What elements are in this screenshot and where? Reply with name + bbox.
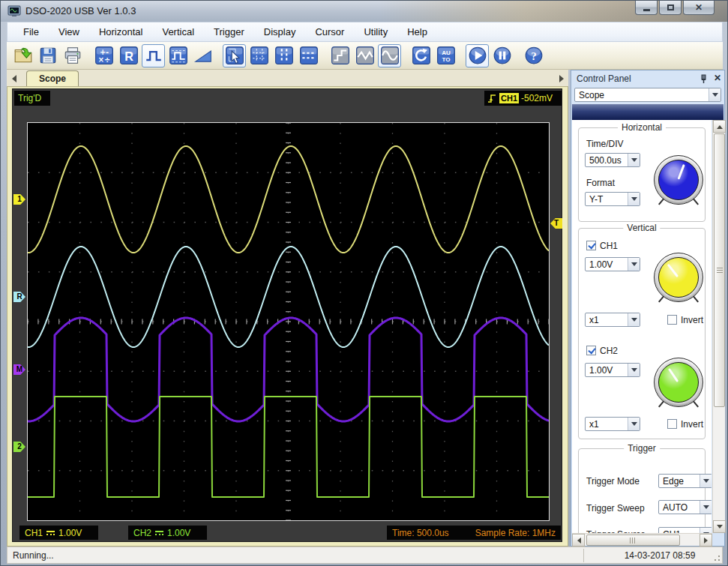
toolbar-help-button[interactable]: ? xyxy=(522,44,545,67)
format-select[interactable]: Y-T xyxy=(585,192,640,206)
play-icon xyxy=(468,46,487,65)
menu-item-view[interactable]: View xyxy=(49,23,89,40)
menu-item-utility[interactable]: Utility xyxy=(354,23,397,40)
toolbar-save-button[interactable] xyxy=(36,44,59,67)
sine-interp-icon xyxy=(380,46,400,65)
menu-item-trigger[interactable]: Trigger xyxy=(204,23,254,40)
scroll-down-button[interactable] xyxy=(713,520,726,533)
toolbar-grid-button[interactable] xyxy=(247,44,271,67)
toolbar-run-button[interactable] xyxy=(466,44,489,67)
ch2-scale-select[interactable]: 1.00V xyxy=(585,363,640,377)
panel-vertical-scrollbar[interactable] xyxy=(712,120,725,533)
ch1-readout: CH1 1.00V xyxy=(19,526,98,540)
scroll-up-button[interactable] xyxy=(713,120,726,133)
chevron-down-icon xyxy=(628,313,640,326)
control-panel-close-icon[interactable]: ✕ xyxy=(712,73,723,83)
menu-item-display[interactable]: Display xyxy=(254,23,306,40)
menu-item-cursor[interactable]: Cursor xyxy=(305,23,354,40)
pin-icon[interactable] xyxy=(697,73,708,84)
ch2-enable-checkbox[interactable] xyxy=(586,346,596,355)
menu-item-vertical[interactable]: Vertical xyxy=(152,23,204,40)
tab-scroll-left-button[interactable] xyxy=(9,73,19,84)
vertical-group: Vertical CH1 1.00V x1 Invert xyxy=(578,228,706,439)
close-button[interactable]: ✕ xyxy=(683,1,715,15)
maximize-button[interactable] xyxy=(659,1,682,15)
chevron-down-icon xyxy=(628,154,640,166)
toolbar-math-button[interactable]: +-×÷ xyxy=(92,44,115,67)
ch1-label: CH1 xyxy=(600,241,618,251)
channel-marker-math[interactable]: M xyxy=(13,364,25,375)
status-text: Running... xyxy=(13,550,54,561)
scroll-left-button[interactable] xyxy=(572,534,585,547)
trigger-group: Trigger Trigger Mode Edge Trigger Sweep … xyxy=(578,448,706,533)
pulse-icon xyxy=(144,46,163,65)
trigger-mode-select[interactable]: Edge xyxy=(658,474,712,488)
ch2-position-knob[interactable] xyxy=(654,358,703,407)
chevron-down-icon xyxy=(628,193,640,205)
left-marker-strip: 1RM2 xyxy=(13,123,26,520)
toolbar-refresh-button[interactable] xyxy=(409,44,433,67)
toolbar-ramp-button[interactable] xyxy=(191,44,214,67)
reference-icon: R xyxy=(119,46,139,65)
horizontal-scroll-thumb[interactable] xyxy=(586,535,680,546)
ch1-enable-checkbox[interactable] xyxy=(586,241,596,250)
help-icon: ? xyxy=(524,46,544,65)
ch2-invert-checkbox[interactable] xyxy=(667,419,677,429)
svg-text:R: R xyxy=(124,49,133,63)
panel-select[interactable]: Scope xyxy=(574,88,721,102)
levels-icon xyxy=(169,46,188,65)
menu-item-horizontal[interactable]: Horizontal xyxy=(89,23,153,40)
scroll-right-button[interactable] xyxy=(700,534,712,547)
ch1-readout-label: CH1 xyxy=(25,528,43,538)
ch1-invert-label: Invert xyxy=(681,315,703,325)
control-panel-content: Horizontal Time/DIV 500.0us Format Y-T xyxy=(572,120,712,533)
timediv-knob[interactable] xyxy=(654,155,703,205)
title-bar[interactable]: DSO-2020 USB Ver 1.0.3 ✕ xyxy=(1,1,728,22)
ch1-scale-select[interactable]: 1.00V xyxy=(585,257,640,271)
channel-marker-ch2[interactable]: 2 xyxy=(13,442,25,452)
toolbar-horizontal-cursors-button[interactable] xyxy=(297,44,320,67)
trigger-source-select[interactable]: CH1 xyxy=(658,527,712,533)
toolbar-vertical-cursors-button[interactable] xyxy=(272,44,295,67)
trigger-level-value: -502mV xyxy=(521,93,553,103)
trigger-mode-label: Trigger Mode xyxy=(586,476,640,487)
ch1-position-knob[interactable] xyxy=(654,253,703,302)
channel-marker-ch1[interactable]: 1 xyxy=(13,194,25,205)
arrow-up-icon xyxy=(717,122,723,129)
trigger-sweep-select[interactable]: AUTO xyxy=(658,500,712,514)
toolbar-pulse-button[interactable] xyxy=(142,44,165,67)
svg-text:×÷: ×÷ xyxy=(97,55,109,64)
control-panel-title: Control Panel xyxy=(577,73,631,84)
app-icon xyxy=(7,4,21,18)
resize-grip[interactable] xyxy=(712,553,721,562)
ch1-readout-scale: 1.00V xyxy=(58,528,82,538)
toolbar-pause-button[interactable] xyxy=(490,44,514,67)
ch2-probe-select[interactable]: x1 xyxy=(585,417,640,431)
toolbar-separator xyxy=(321,44,328,67)
toolbar-open-button[interactable] xyxy=(11,44,34,67)
toolbar-separator xyxy=(215,44,222,67)
ch1-invert-checkbox[interactable] xyxy=(667,315,677,325)
ch1-probe-select[interactable]: x1 xyxy=(585,313,640,327)
trigger-status: Trig'D xyxy=(14,91,50,106)
vertical-scroll-thumb[interactable] xyxy=(714,133,725,407)
minimize-button[interactable] xyxy=(635,1,658,15)
trigger-level-marker[interactable]: T xyxy=(550,218,562,229)
trigger-sweep-label: Trigger Sweep xyxy=(586,503,645,514)
ch2-readout-label: CH2 xyxy=(133,528,151,538)
ch2-scale-value: 1.00V xyxy=(589,365,613,376)
menu-item-file[interactable]: File xyxy=(13,23,49,40)
scope-screen xyxy=(28,123,549,520)
tab-scroll-right-button[interactable] xyxy=(556,73,566,84)
panel-horizontal-scrollbar[interactable] xyxy=(572,533,712,546)
toolbar-levels-button[interactable] xyxy=(166,44,190,67)
toolbar-print-button[interactable] xyxy=(61,44,84,67)
tab-scope[interactable]: Scope xyxy=(26,70,79,86)
toolbar-autoset-button[interactable]: AUTO xyxy=(434,44,457,67)
timediv-select[interactable]: 500.0us xyxy=(585,153,640,167)
menu-item-help[interactable]: Help xyxy=(397,23,437,40)
toolbar-cursor-button[interactable] xyxy=(223,44,246,67)
math-icon: +-×÷ xyxy=(94,46,114,65)
toolbar-reference-button[interactable]: R xyxy=(117,44,140,67)
channel-marker-ref[interactable]: R xyxy=(13,292,25,302)
